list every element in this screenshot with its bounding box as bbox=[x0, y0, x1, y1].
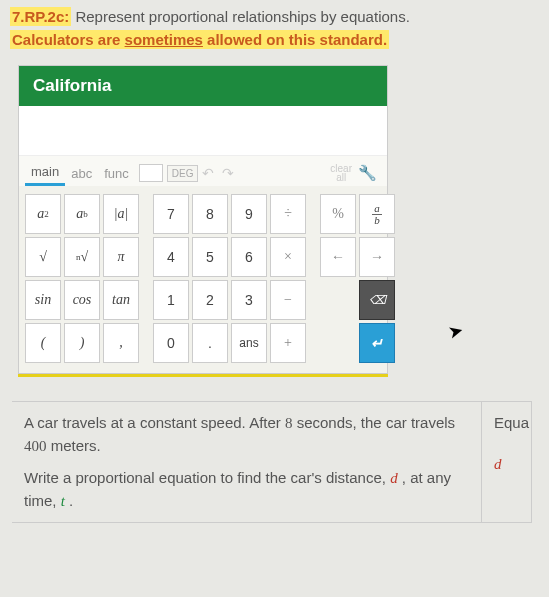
calculator-title: California bbox=[19, 66, 387, 106]
key-comma[interactable]: , bbox=[103, 323, 139, 363]
key-3[interactable]: 3 bbox=[231, 280, 267, 320]
problem-text: A car travels at a constant speed. After… bbox=[12, 402, 482, 523]
key-dot[interactable]: . bbox=[192, 323, 228, 363]
standard-text: Represent proportional relationships by … bbox=[75, 8, 409, 25]
key-blank bbox=[320, 280, 356, 320]
key-lparen[interactable]: ( bbox=[25, 323, 61, 363]
key-pi[interactable]: π bbox=[103, 237, 139, 277]
cursor-icon: ➤ bbox=[445, 318, 465, 343]
key-subtract[interactable]: − bbox=[270, 280, 306, 320]
key-add[interactable]: + bbox=[270, 323, 306, 363]
calc-note-underlined: sometimes bbox=[125, 31, 203, 48]
tab-abc[interactable]: abc bbox=[65, 162, 98, 185]
key-sqrt[interactable]: √ bbox=[25, 237, 61, 277]
key-6[interactable]: 6 bbox=[231, 237, 267, 277]
key-0[interactable]: 0 bbox=[153, 323, 189, 363]
calc-note-suffix: allowed on this standard. bbox=[203, 31, 387, 48]
key-ans[interactable]: ans bbox=[231, 323, 267, 363]
key-5[interactable]: 5 bbox=[192, 237, 228, 277]
settings-icon[interactable]: 🔧 bbox=[358, 164, 377, 182]
tab-func[interactable]: func bbox=[98, 162, 135, 185]
key-9[interactable]: 9 bbox=[231, 194, 267, 234]
key-left-arrow[interactable]: ← bbox=[320, 237, 356, 277]
key-2[interactable]: 2 bbox=[192, 280, 228, 320]
key-tan[interactable]: tan bbox=[103, 280, 139, 320]
answer-var: d bbox=[494, 453, 519, 476]
calculator-underline bbox=[18, 374, 388, 377]
key-cos[interactable]: cos bbox=[64, 280, 100, 320]
key-sin[interactable]: sin bbox=[25, 280, 61, 320]
key-blank-2 bbox=[320, 323, 356, 363]
key-abs[interactable]: |a| bbox=[103, 194, 139, 234]
key-rparen[interactable]: ) bbox=[64, 323, 100, 363]
key-4[interactable]: 4 bbox=[153, 237, 189, 277]
key-enter[interactable]: ↵ bbox=[359, 323, 395, 363]
key-percent[interactable]: % bbox=[320, 194, 356, 234]
answer-label: Equa bbox=[494, 412, 519, 435]
standard-line: 7.RP.2c: Represent proportional relation… bbox=[0, 0, 549, 29]
calculator-mode-row: main abc func DEG ↶ ↷ clearall 🔧 bbox=[19, 156, 387, 186]
standard-code: 7.RP.2c: bbox=[10, 7, 71, 26]
key-7[interactable]: 7 bbox=[153, 194, 189, 234]
key-multiply[interactable]: × bbox=[270, 237, 306, 277]
calculator-keypad: a2 ab |a| 7 8 9 ÷ % ab √ n√ π 4 5 6 × ← … bbox=[19, 186, 387, 373]
key-a-squared[interactable]: a2 bbox=[25, 194, 61, 234]
calculator-display[interactable] bbox=[19, 106, 387, 156]
key-fraction[interactable]: ab bbox=[359, 194, 395, 234]
problem-row: A car travels at a constant speed. After… bbox=[12, 401, 532, 523]
redo-icon[interactable]: ↷ bbox=[222, 165, 234, 181]
key-backspace[interactable]: ⌫ bbox=[359, 280, 395, 320]
problem-answer-column: Equa d bbox=[482, 402, 532, 523]
key-divide[interactable]: ÷ bbox=[270, 194, 306, 234]
tab-main[interactable]: main bbox=[25, 160, 65, 186]
undo-icon[interactable]: ↶ bbox=[202, 165, 214, 181]
calculator-policy-note: Calculators are sometimes allowed on thi… bbox=[0, 29, 549, 61]
key-8[interactable]: 8 bbox=[192, 194, 228, 234]
deg-mode-button[interactable]: DEG bbox=[167, 165, 199, 182]
clear-all-button[interactable]: clearall bbox=[330, 164, 352, 182]
calc-note-prefix: Calculators are bbox=[12, 31, 125, 48]
key-right-arrow[interactable]: → bbox=[359, 237, 395, 277]
key-a-power-b[interactable]: ab bbox=[64, 194, 100, 234]
key-1[interactable]: 1 bbox=[153, 280, 189, 320]
mode-indicator-box bbox=[139, 164, 163, 182]
calculator-widget: California main abc func DEG ↶ ↷ clearal… bbox=[18, 65, 388, 374]
key-nth-root[interactable]: n√ bbox=[64, 237, 100, 277]
